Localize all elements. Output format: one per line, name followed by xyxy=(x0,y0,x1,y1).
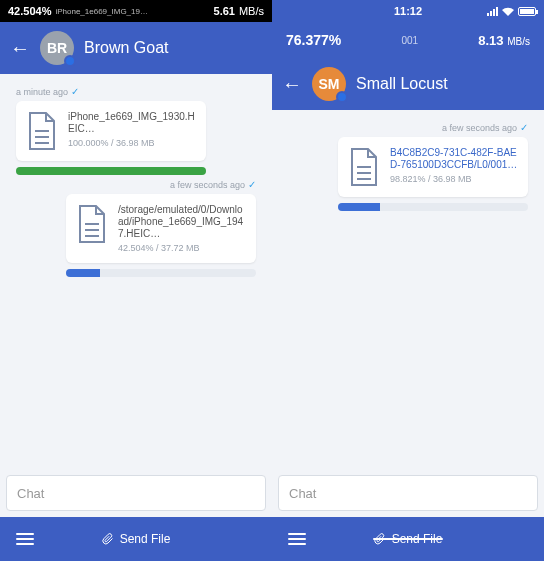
check-icon: ✓ xyxy=(71,86,79,97)
chat-header: ← BR Brown Goat xyxy=(0,22,272,74)
message-timestamp: a few seconds ago✓ xyxy=(16,179,256,190)
progress-bar xyxy=(16,167,206,175)
progress-pct: 76.377% xyxy=(286,32,341,48)
check-icon: ✓ xyxy=(520,122,528,133)
document-icon xyxy=(76,204,108,244)
wifi-icon xyxy=(502,7,514,16)
message-timestamp: a minute ago✓ xyxy=(16,86,256,97)
avatar-initials: SM xyxy=(319,76,340,92)
status-time: 11:12 xyxy=(394,5,422,17)
status-rate-val: 5.61 xyxy=(214,5,235,17)
signal-icon xyxy=(487,7,498,16)
avatar[interactable]: SM xyxy=(312,67,346,101)
avatar[interactable]: BR xyxy=(40,31,74,65)
progress-mid: 001 xyxy=(401,35,418,46)
message-timestamp: a few seconds ago✓ xyxy=(288,122,528,133)
paperclip-icon xyxy=(102,533,114,545)
contact-name: Brown Goat xyxy=(84,39,168,57)
status-file-hint: iPhone_1e669_IMG_19… xyxy=(55,7,148,16)
message-thread: a minute ago✓ iPhone_1e669_IMG_1930.HEIC… xyxy=(0,74,272,475)
avatar-initials: BR xyxy=(47,40,67,56)
status-pct: 42.504% xyxy=(8,5,51,17)
chat-input[interactable]: Chat xyxy=(6,475,266,511)
progress-bar xyxy=(66,269,256,277)
file-meta: 100.000% / 36.98 MB xyxy=(68,138,196,148)
send-file-button[interactable]: Send File xyxy=(322,532,494,546)
phone-left: 42.504% iPhone_1e669_IMG_19… 5.61 MB/s ←… xyxy=(0,0,272,561)
transfer-progress-bar: 76.377% 001 8.13 MB/s xyxy=(272,22,544,58)
contact-name: Small Locust xyxy=(356,75,448,93)
status-rate-unit: MB/s xyxy=(239,5,264,17)
message-outgoing[interactable]: /storage/emulated/0/Download/iPhone_1e66… xyxy=(6,194,266,263)
status-bar: 11:12 xyxy=(272,0,544,22)
back-button[interactable]: ← xyxy=(282,74,302,94)
message-outgoing[interactable]: B4C8B2C9-731C-482F-BAED-765100D3CCFB/L0/… xyxy=(278,137,538,197)
menu-button[interactable] xyxy=(0,533,50,545)
paperclip-icon xyxy=(374,533,386,545)
check-icon: ✓ xyxy=(248,179,256,190)
document-icon xyxy=(26,111,58,151)
presence-dot-icon xyxy=(64,55,76,67)
chat-header: ← SM Small Locust xyxy=(272,58,544,110)
footer-bar: Send File xyxy=(0,517,272,561)
progress-rate: 8.13 MB/s xyxy=(478,33,530,48)
progress-bar xyxy=(338,203,528,211)
chat-input[interactable]: Chat xyxy=(278,475,538,511)
document-icon xyxy=(348,147,380,187)
file-meta: 98.821% / 36.98 MB xyxy=(390,174,518,184)
send-file-button[interactable]: Send File xyxy=(50,532,222,546)
message-thread: a few seconds ago✓ B4C8B2C9-731C-482F-BA… xyxy=(272,110,544,475)
back-button[interactable]: ← xyxy=(10,38,30,58)
status-bar: 42.504% iPhone_1e669_IMG_19… 5.61 MB/s xyxy=(0,0,272,22)
chat-placeholder: Chat xyxy=(17,486,44,501)
file-name: B4C8B2C9-731C-482F-BAED-765100D3CCFB/L0/… xyxy=(390,147,518,171)
file-name: iPhone_1e669_IMG_1930.HEIC… xyxy=(68,111,196,135)
battery-icon xyxy=(518,7,536,16)
presence-dot-icon xyxy=(336,91,348,103)
footer-bar: Send File xyxy=(272,517,544,561)
file-meta: 42.504% / 37.72 MB xyxy=(118,243,246,253)
menu-button[interactable] xyxy=(272,533,322,545)
phone-right: 11:12 76.377% 001 8.13 MB/s ← SM Small L… xyxy=(272,0,544,561)
file-name: /storage/emulated/0/Download/iPhone_1e66… xyxy=(118,204,246,240)
message-incoming[interactable]: iPhone_1e669_IMG_1930.HEIC… 100.000% / 3… xyxy=(6,101,266,161)
chat-placeholder: Chat xyxy=(289,486,316,501)
